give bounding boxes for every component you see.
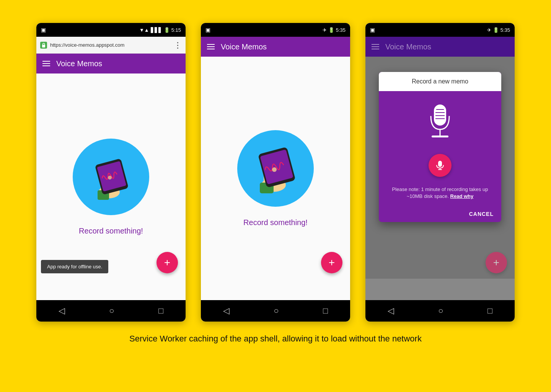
caption: Service Worker caching of the app shell,…	[129, 333, 422, 345]
app-title-3: Voice Memos	[385, 42, 431, 51]
app-title-1: Voice Memos	[56, 59, 102, 68]
phone-1: ▣ ▼▲ ▋▋▋ 🔋 5:15 https://voice-memos.apps…	[36, 23, 186, 322]
dialog-note: Please note: 1 minute of recording takes…	[386, 186, 494, 200]
wifi-icon: ▼▲	[139, 27, 149, 33]
svg-rect-19	[434, 105, 446, 126]
dialog-body: Please note: 1 minute of recording takes…	[379, 91, 501, 206]
record-label-1: Record something!	[79, 227, 143, 235]
svg-point-18	[272, 167, 277, 172]
status-left-3: ▣	[370, 27, 375, 33]
status-right-2: ✈ 🔋 5:35	[323, 27, 346, 33]
airplane-icon-3: ✈	[487, 27, 491, 33]
status-bar-1: ▣ ▼▲ ▋▋▋ 🔋 5:15	[36, 23, 186, 37]
phone-3-content: Record a new memo	[365, 57, 515, 300]
record-dialog: Record a new memo	[379, 72, 501, 222]
status-bar-2: ▣ ✈ 🔋 5:35	[201, 23, 350, 37]
dialog-overlay: Record a new memo	[365, 57, 515, 279]
more-options-icon[interactable]: ⋮	[174, 41, 182, 50]
nav-bar-2: ◁ ○ □	[201, 300, 350, 322]
fab-plus-icon-1: +	[164, 256, 170, 269]
svg-rect-0	[42, 45, 45, 47]
time-2: 5:35	[336, 27, 346, 33]
svg-rect-26	[438, 161, 442, 167]
status-left-1: ▣	[41, 27, 46, 33]
record-label-2: Record something!	[243, 218, 308, 227]
notification-icon-2: ▣	[205, 27, 210, 33]
record-circle-2	[237, 130, 314, 207]
svg-rect-28	[438, 169, 442, 170]
app-bar-3: Voice Memos	[365, 37, 515, 57]
status-right-1: ▼▲ ▋▋▋ 🔋 5:15	[139, 27, 181, 33]
notification-icon-3: ▣	[370, 27, 375, 33]
home-icon-1[interactable]: ○	[109, 306, 114, 316]
mic-svg	[425, 103, 455, 145]
nav-bar-3: ◁ ○ □	[365, 300, 515, 322]
fab-1[interactable]: +	[156, 252, 178, 273]
recents-icon-2[interactable]: □	[323, 306, 328, 316]
back-icon-1[interactable]: ◁	[59, 306, 65, 316]
status-left-2: ▣	[205, 27, 210, 33]
url-text: https://voice-memos.appspot.com	[50, 42, 171, 48]
svg-point-9	[108, 176, 112, 180]
record-button[interactable]	[429, 154, 452, 177]
hamburger-icon-1[interactable]	[42, 61, 50, 66]
phone-2-content: Record something! +	[201, 57, 350, 300]
back-icon-2[interactable]: ◁	[223, 306, 230, 316]
phone-1-content: Record something! App ready for offline …	[36, 74, 186, 300]
phone-illustration-1	[90, 154, 132, 200]
home-icon-3[interactable]: ○	[438, 306, 443, 316]
dialog-cancel-area: CANCEL	[379, 206, 501, 222]
hamburger-icon-3[interactable]	[372, 44, 379, 49]
record-mic-icon	[435, 160, 445, 171]
notification-icon: ▣	[41, 27, 46, 33]
app-title-2: Voice Memos	[221, 42, 267, 51]
mic-illustration	[425, 103, 455, 145]
recents-icon-1[interactable]: □	[158, 306, 163, 316]
home-icon-2[interactable]: ○	[274, 306, 279, 316]
fab-plus-icon-3: +	[493, 256, 499, 269]
fab-2[interactable]: +	[321, 252, 342, 273]
phone-3: ▣ ✈ 🔋 5:35 Voice Memos	[365, 23, 515, 322]
hamburger-icon-2[interactable]	[207, 44, 215, 49]
ssl-lock-icon	[40, 42, 47, 49]
recents-icon-3[interactable]: □	[487, 306, 492, 316]
time-3: 5:35	[500, 27, 510, 33]
nav-bar-1: ◁ ○ □	[36, 300, 186, 322]
snackbar-1: App ready for offline use.	[41, 260, 108, 273]
cancel-button[interactable]: CANCEL	[469, 211, 494, 217]
fab-plus-icon-2: +	[329, 256, 335, 269]
airplane-icon-2: ✈	[323, 27, 327, 33]
dialog-title: Record a new memo	[379, 72, 501, 91]
status-right-3: ✈ 🔋 5:35	[487, 27, 510, 33]
record-circle-1	[73, 139, 149, 215]
battery-icon-2: 🔋	[328, 27, 334, 33]
svg-rect-25	[432, 136, 448, 137]
app-bar-2: Voice Memos	[201, 37, 350, 57]
battery-icon-3: 🔋	[493, 27, 499, 33]
status-bar-3: ▣ ✈ 🔋 5:35	[365, 23, 515, 37]
url-bar[interactable]: https://voice-memos.appspot.com ⋮	[36, 37, 186, 54]
read-why-link[interactable]: Read why	[450, 193, 474, 199]
app-bar-1: Voice Memos	[36, 54, 186, 74]
battery-icon: 🔋	[164, 27, 170, 33]
time-1: 5:15	[171, 27, 181, 33]
snackbar-text: App ready for offline use.	[47, 264, 102, 270]
phone-2: ▣ ✈ 🔋 5:35 Voice Memos	[201, 23, 350, 322]
back-icon-3[interactable]: ◁	[388, 306, 394, 316]
signal-icon: ▋▋▋	[151, 27, 162, 33]
phones-container: ▣ ▼▲ ▋▋▋ 🔋 5:15 https://voice-memos.apps…	[27, 23, 524, 322]
phone-illustration-2	[251, 144, 300, 193]
fab-3[interactable]: +	[486, 252, 507, 273]
